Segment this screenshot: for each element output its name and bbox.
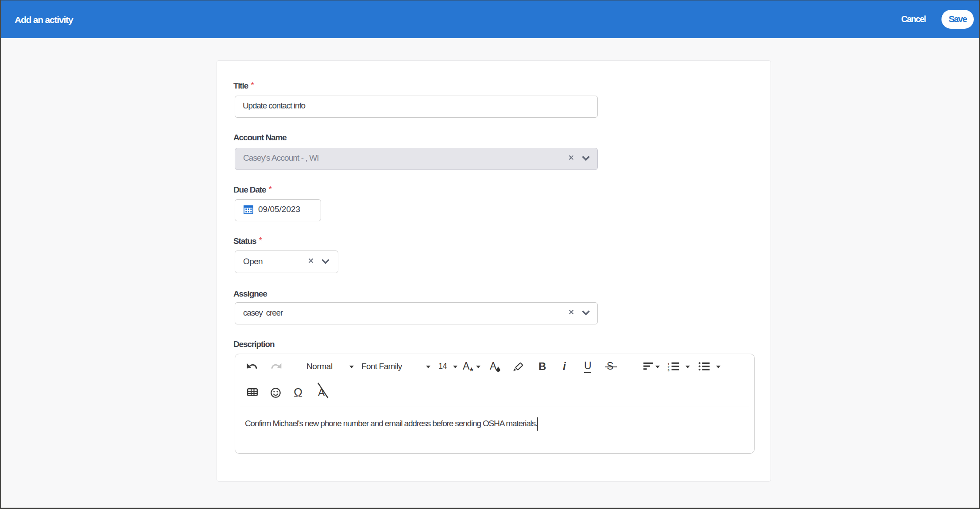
svg-text:3: 3: [668, 368, 670, 371]
